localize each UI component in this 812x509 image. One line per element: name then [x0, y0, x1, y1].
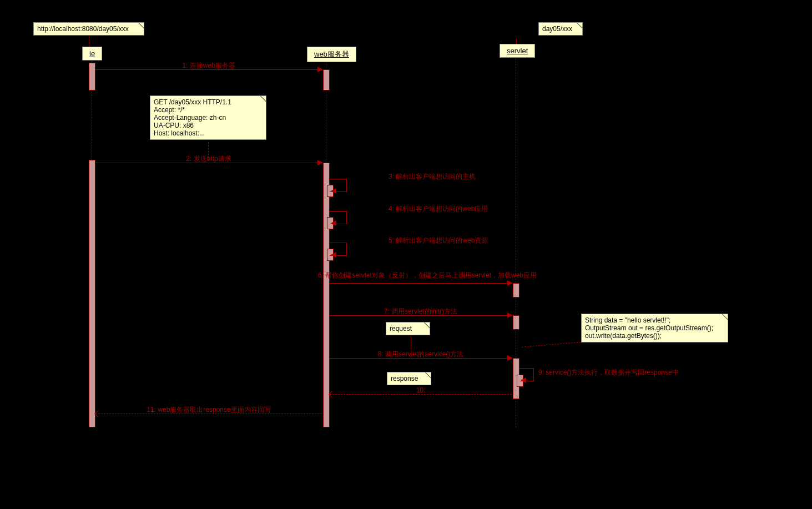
msg-7-label: 7: 调用servlet的init()方法 [384, 307, 457, 316]
arrow [331, 188, 336, 194]
arrow [521, 377, 526, 383]
actor-servlet: servlet [500, 44, 535, 58]
arrow [329, 391, 336, 398]
arrow [507, 280, 513, 286]
activation-ie-2 [89, 160, 95, 427]
msg-10-line [330, 394, 512, 395]
connector [522, 342, 581, 347]
msg-4-label: 4: 解析出客户端想访问的web应用 [389, 204, 488, 214]
arrow [331, 252, 336, 258]
note-app: day05/xxx [538, 22, 583, 36]
msg-6-label: 6: 帮你创建servlet对象（反射），创建之后马上调用servlet，加载w… [318, 271, 537, 280]
msg-3-label: 3: 解析出客户端想访问的主机 [389, 172, 476, 182]
arrow [317, 160, 323, 165]
note-url: http://localhost:8080/day05/xxx [33, 22, 144, 36]
msg-1-label: 1: 连接web服务器 [182, 61, 235, 70]
arrow [94, 410, 102, 417]
msg-11-label: 11: web服务器取出response里面内容回写 [147, 405, 270, 415]
msg-8-label: 8: 调用servlet的service()方法 [378, 350, 464, 359]
activation-servlet-7 [513, 315, 520, 330]
activation-ie-1 [89, 63, 95, 90]
arrow [317, 67, 323, 72]
note-response: response [387, 372, 431, 385]
arrow [331, 220, 336, 226]
actor-ie: ie [82, 47, 102, 61]
note-servlet-code: String data = "hello servlet!!"; OutputS… [581, 314, 728, 342]
activation-web-1 [323, 69, 330, 90]
arrow [507, 313, 513, 318]
note-http-request: GET /day05/xxx HTTP/1.1 Accept: */* Acce… [150, 95, 266, 140]
arrow [507, 355, 513, 361]
msg-9-label: 9: service()方法执行，取数据并写回response中 [538, 368, 679, 377]
actor-web-server: web服务器 [307, 47, 356, 62]
msg-2-label: 2: 发送http请求 [186, 154, 231, 164]
msg-6-line [330, 283, 512, 284]
activation-servlet-6 [513, 283, 520, 298]
msg-5-label: 5: 解析出客户端想访问的web资源 [389, 236, 488, 245]
activation-web-2 [323, 163, 330, 427]
connector [89, 37, 90, 47]
note-request: request [386, 322, 430, 335]
msg-10-label: 10: [416, 386, 426, 394]
